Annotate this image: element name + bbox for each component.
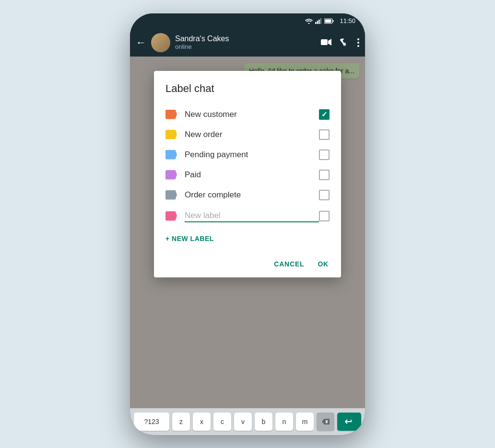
label-chat-dialog: Label chat New customer New order Pendin… — [154, 71, 341, 277]
chat-header: ← Sandra's Cakes online — [130, 29, 365, 57]
label-row-order-complete: Order complete — [165, 185, 330, 205]
label-text-order-complete: Order complete — [185, 190, 319, 200]
avatar — [151, 33, 170, 52]
label-row-paid: Paid — [165, 165, 330, 185]
dialog-overlay: Label chat New customer New order Pendin… — [130, 57, 365, 408]
label-row-new-label — [165, 205, 330, 227]
svg-point-11 — [357, 45, 359, 47]
chat-body: Hello, I'd like to order a cake for a...… — [130, 57, 365, 408]
svg-rect-6 — [325, 19, 331, 23]
svg-point-0 — [308, 23, 310, 24]
signal-icon — [315, 18, 322, 24]
contact-name: Sandra's Cakes — [175, 34, 316, 43]
checkbox-pending-payment[interactable] — [319, 149, 330, 160]
checkbox-new-label[interactable] — [319, 211, 330, 221]
svg-point-10 — [357, 42, 359, 44]
label-icon-order-complete — [165, 190, 177, 200]
delete-icon — [321, 418, 330, 425]
label-icon-new-customer — [165, 110, 177, 119]
label-row-new-order: New order — [165, 125, 330, 145]
label-icon-new-order — [165, 130, 177, 139]
header-icons — [321, 38, 359, 47]
checkbox-new-order[interactable] — [319, 129, 330, 140]
label-icon-paid — [165, 170, 177, 180]
enter-icon — [344, 418, 354, 425]
enter-key[interactable] — [337, 413, 361, 431]
checkbox-new-customer[interactable] — [319, 109, 330, 120]
key-x[interactable]: x — [193, 413, 211, 431]
svg-rect-7 — [333, 20, 334, 22]
label-text-paid: Paid — [185, 170, 319, 180]
label-text-pending-payment: Pending payment — [185, 150, 319, 160]
back-button[interactable]: ← — [136, 36, 146, 49]
delete-key[interactable] — [317, 413, 334, 431]
video-call-icon[interactable] — [321, 38, 331, 46]
status-icons — [305, 18, 334, 24]
phone-call-icon[interactable] — [340, 38, 349, 47]
battery-icon — [324, 18, 334, 24]
dialog-title: Label chat — [165, 82, 330, 95]
cancel-button[interactable]: CANCEL — [273, 258, 305, 270]
key-z[interactable]: z — [172, 413, 190, 431]
label-row-pending-payment: Pending payment — [165, 145, 330, 165]
svg-rect-1 — [315, 22, 317, 24]
key-label-?123: ?123 — [144, 418, 159, 425]
svg-rect-4 — [320, 18, 322, 24]
contact-info: Sandra's Cakes online — [175, 34, 316, 50]
phone-frame: 11:50 ← Sandra's Cakes online — [130, 13, 365, 435]
checkbox-paid[interactable] — [319, 170, 330, 180]
svg-rect-2 — [317, 21, 318, 24]
label-icon-pending-payment — [165, 150, 177, 160]
add-new-label-button[interactable]: + NEW LABEL — [165, 235, 214, 242]
key-c[interactable]: c — [213, 413, 231, 431]
svg-point-9 — [357, 38, 359, 40]
contact-status: online — [175, 43, 316, 50]
svg-rect-3 — [318, 20, 320, 24]
keyboard: ?123 z x c v b n m — [130, 408, 365, 435]
new-label-input[interactable] — [185, 210, 319, 222]
key-b[interactable]: b — [255, 413, 272, 431]
status-time: 11:50 — [340, 17, 355, 24]
more-options-icon[interactable] — [357, 38, 359, 47]
label-row-new-customer: New customer — [165, 104, 330, 125]
key-n[interactable]: n — [275, 413, 293, 431]
ok-button[interactable]: OK — [317, 258, 330, 270]
label-text-new-order: New order — [185, 130, 319, 139]
checkbox-order-complete[interactable] — [319, 190, 330, 200]
svg-rect-8 — [321, 39, 328, 45]
key-m[interactable]: m — [296, 413, 314, 431]
label-text-new-customer: New customer — [185, 110, 319, 119]
wifi-icon — [305, 18, 313, 24]
dialog-actions: CANCEL OK — [165, 254, 330, 270]
key-?123[interactable]: ?123 — [134, 413, 169, 431]
status-bar: 11:50 — [130, 13, 365, 29]
label-icon-new-label — [165, 211, 177, 221]
key-v[interactable]: v — [234, 413, 252, 431]
